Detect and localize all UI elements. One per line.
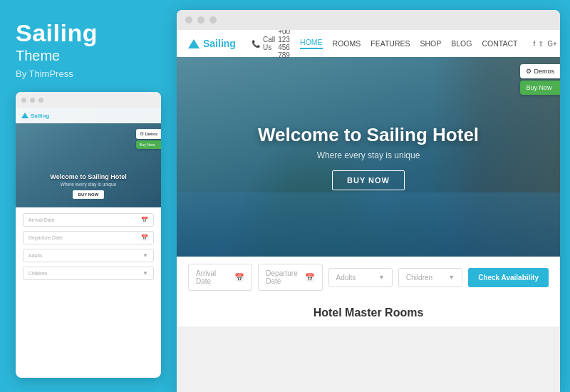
mini-children-select[interactable]: Children ▼ (23, 267, 154, 280)
brand-title: Sailing Theme By ThimPress (16, 20, 161, 92)
mini-side-buttons: ⚙ Demos Buy Now (136, 129, 161, 149)
hero-subtitle: Where every stay is unique (317, 150, 420, 160)
booking-bar: Arrival Date 📅 Departure Date 📅 Adults ▼… (177, 257, 560, 298)
nav-phone: 📞 Call Us +00 123 456 789 (252, 30, 290, 59)
main-browser: Sailing 📞 Call Us +00 123 456 789 HOME R… (177, 10, 560, 392)
mini-calendar-icon-2: 📅 (141, 234, 148, 241)
mini-adults-select[interactable]: Adults ▼ (23, 249, 154, 262)
mini-demos-button[interactable]: ⚙ Demos (136, 129, 161, 139)
left-panel: Sailing Theme By ThimPress Sailing ⚙ Dem… (0, 0, 177, 392)
mini-logo: Sailing (21, 113, 49, 119)
site-logo: Sailing (188, 38, 236, 49)
chevron-down-icon-adults: ▼ (378, 274, 385, 281)
site-side-buttons: ⚙ Demos Buy Now (520, 64, 560, 95)
arrival-date-field[interactable]: Arrival Date 📅 (188, 264, 252, 291)
nav-link-shop[interactable]: SHOP (420, 39, 442, 48)
rooms-section: Hotel Master Rooms (177, 298, 560, 326)
twitter-icon[interactable]: 𝕥 (539, 40, 543, 48)
mini-logo-triangle-icon (21, 113, 28, 118)
browser-dot-3 (209, 16, 217, 24)
site-hero: ⚙ Demos Buy Now Welcome to Sailing Hotel… (177, 57, 560, 257)
browser-toolbar (177, 10, 560, 30)
buy-button[interactable]: Buy Now (520, 81, 560, 95)
nav-link-contact[interactable]: CONTACT (482, 39, 517, 48)
mini-chevron-down-icon-2: ▼ (142, 270, 148, 277)
mini-departure-field[interactable]: Departure Date 📅 (23, 231, 154, 244)
rooms-section-title: Hotel Master Rooms (188, 306, 549, 319)
adults-select[interactable]: Adults ▼ (328, 268, 393, 287)
logo-triangle-icon (188, 39, 200, 48)
mini-browser-preview: Sailing ⚙ Demos Buy Now Welcome to Saili… (16, 92, 161, 378)
nav-link-features[interactable]: FEATURES (370, 39, 410, 48)
mini-browser-bar (16, 92, 161, 108)
site-content: Sailing 📞 Call Us +00 123 456 789 HOME R… (177, 30, 560, 392)
mini-booking-form: Arrival Date 📅 Departure Date 📅 Adults ▼… (16, 207, 161, 286)
mini-buy-button[interactable]: Buy Now (136, 140, 161, 149)
calendar-icon-departure: 📅 (305, 273, 315, 282)
hero-pool-decoration (177, 192, 560, 257)
browser-dot-1 (185, 16, 192, 24)
googleplus-icon[interactable]: G+ (547, 40, 557, 48)
browser-dot-2 (197, 16, 204, 24)
nav-link-rooms[interactable]: ROOMS (333, 39, 361, 48)
mini-buy-now-button[interactable]: BUY NOW (73, 190, 105, 199)
facebook-icon[interactable]: f (533, 40, 535, 48)
children-select[interactable]: Children ▼ (398, 268, 462, 287)
phone-icon: 📞 (252, 40, 260, 48)
mini-calendar-icon: 📅 (141, 217, 148, 223)
chevron-down-icon-children: ▼ (448, 274, 455, 281)
gear-icon-main: ⚙ (526, 68, 532, 75)
departure-date-field[interactable]: Departure Date 📅 (258, 264, 322, 291)
mini-dot-1 (21, 98, 26, 103)
calendar-icon-arrival: 📅 (234, 273, 244, 282)
mini-dot-3 (38, 98, 43, 103)
mini-dot-2 (30, 98, 35, 103)
site-navigation: Sailing 📞 Call Us +00 123 456 789 HOME R… (177, 30, 560, 57)
gear-icon: ⚙ (140, 131, 144, 137)
demos-button[interactable]: ⚙ Demos (520, 64, 560, 78)
mini-chevron-down-icon: ▼ (142, 252, 148, 259)
hero-title: Welcome to Sailing Hotel (258, 124, 479, 146)
mini-hero: Sailing ⚙ Demos Buy Now Welcome to Saili… (16, 108, 161, 207)
hero-buy-button[interactable]: BUY NOW (332, 170, 405, 190)
check-availability-button[interactable]: Check Availability (468, 268, 549, 287)
nav-link-home[interactable]: HOME (300, 38, 323, 49)
nav-links: HOME ROOMS FEATURES SHOP BLOG CONTACT (300, 38, 517, 49)
mini-nav: Sailing (16, 108, 161, 123)
nav-social: f 𝕥 G+ (533, 40, 556, 48)
mini-arrival-field[interactable]: Arrival Date 📅 (23, 213, 154, 227)
nav-link-blog[interactable]: BLOG (451, 39, 472, 48)
